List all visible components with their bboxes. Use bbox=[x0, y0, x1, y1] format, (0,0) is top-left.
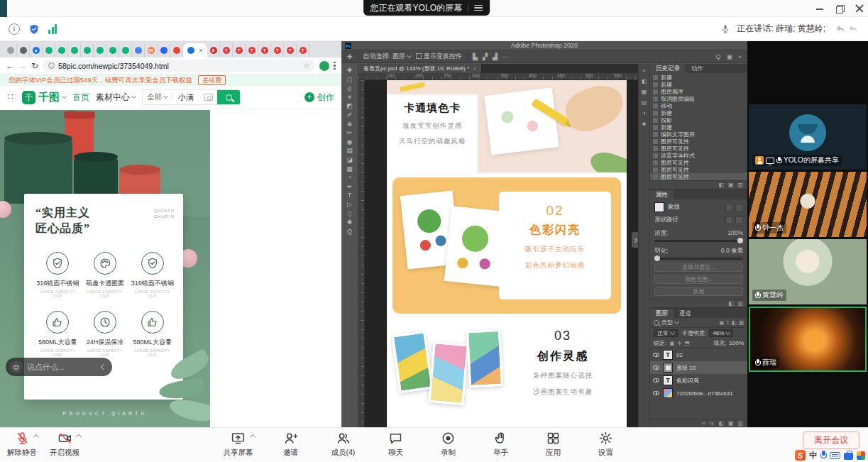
history-step[interactable]: 投影 bbox=[650, 116, 747, 123]
mask-option-icon[interactable] bbox=[735, 204, 743, 211]
tab-channels[interactable]: 通道 bbox=[674, 309, 697, 318]
collapse-panels-icon[interactable]: « bbox=[642, 68, 645, 74]
close-button[interactable] bbox=[855, 4, 864, 13]
security-shield-icon[interactable] bbox=[28, 23, 40, 35]
filter-search-icon[interactable] bbox=[654, 320, 659, 326]
nav-material[interactable]: 素材中心 bbox=[96, 92, 136, 104]
add-mask-icon[interactable]: ◧ bbox=[718, 420, 724, 427]
history-step[interactable]: 新建 bbox=[650, 123, 747, 131]
reload-button[interactable]: ↻ bbox=[31, 61, 38, 71]
ps-tool-icon[interactable]: ✏ bbox=[343, 128, 357, 138]
browser-menu-icon[interactable] bbox=[334, 62, 336, 70]
menu-icon[interactable] bbox=[474, 5, 483, 11]
feather-knob[interactable] bbox=[654, 255, 660, 261]
mask-thumbnail[interactable] bbox=[654, 202, 664, 212]
leave-meeting-button[interactable]: 离开会议 bbox=[803, 431, 859, 449]
align-center-icon[interactable]: ▞ bbox=[483, 53, 488, 60]
delete-icon[interactable]: ▥ bbox=[737, 300, 743, 307]
history-step[interactable]: 设置字体样式 bbox=[650, 152, 747, 159]
feather-slider[interactable]: 羽化: 0.0 像素 bbox=[654, 247, 743, 260]
address-bar[interactable]: i 58pic.com/newpic/37354049.html ☆ bbox=[43, 60, 315, 72]
workspace-icon[interactable]: ▣ bbox=[726, 53, 732, 60]
lock-position-icon[interactable]: ✛ bbox=[677, 340, 681, 346]
density-knob[interactable] bbox=[737, 238, 743, 243]
color-range-button[interactable]: 颜色范围... bbox=[654, 275, 743, 284]
swatches-panel-icon[interactable]: ▦ bbox=[642, 89, 647, 95]
meeting-chat-overlay[interactable]: 说点什么... bbox=[6, 358, 112, 376]
bookmark-star-icon[interactable]: ☆ bbox=[303, 62, 309, 70]
browser-tab[interactable] bbox=[158, 43, 170, 57]
history-step[interactable]: 新建 bbox=[650, 74, 747, 81]
history-step[interactable]: 图层可见性 bbox=[650, 173, 747, 180]
ps-tool-icon[interactable]: ◔ bbox=[343, 173, 357, 182]
chat-input-placeholder[interactable]: 说点什么... bbox=[27, 362, 89, 373]
browser-tab[interactable]: T bbox=[297, 43, 309, 57]
filter-pixel-icon[interactable]: ▣ bbox=[719, 319, 724, 326]
density-slider[interactable]: 浓度: 100% bbox=[654, 229, 743, 242]
layer-row[interactable]: 02 bbox=[650, 348, 747, 361]
browser-tab[interactable]: a bbox=[30, 43, 43, 57]
visibility-eye-icon[interactable] bbox=[653, 365, 659, 370]
layer-style-icon[interactable]: fx bbox=[710, 420, 714, 427]
ps-tool-icon[interactable]: ◻ bbox=[343, 75, 357, 84]
search-category-dropdown[interactable]: 全部 bbox=[143, 92, 172, 102]
screen-view-banner[interactable]: 您正在观看YOLO的屏幕 bbox=[363, 0, 490, 16]
filter-type-icon[interactable]: T bbox=[726, 319, 730, 326]
raise-hand-button[interactable]: 举手 bbox=[483, 431, 518, 458]
filter-smart-icon[interactable]: ▦ bbox=[739, 319, 744, 326]
collapse-chevron-icon[interactable] bbox=[98, 362, 108, 372]
ps-tool-icon[interactable]: ϱ bbox=[343, 84, 357, 93]
browser-tab[interactable] bbox=[68, 43, 81, 57]
participant-tile[interactable]: 钟一杰 bbox=[749, 172, 867, 237]
browser-tab[interactable] bbox=[94, 43, 106, 57]
minimize-button[interactable] bbox=[815, 4, 824, 13]
history-step[interactable]: 图层可见性 bbox=[650, 145, 747, 152]
record-button[interactable]: 录制 bbox=[430, 431, 466, 458]
settings-button[interactable]: 设置 bbox=[588, 431, 623, 458]
history-step[interactable]: 图层可见性 bbox=[650, 138, 747, 145]
ime-mode-label[interactable]: 中 bbox=[809, 450, 817, 461]
visibility-eye-icon[interactable] bbox=[653, 353, 659, 357]
lock-all-icon[interactable]: ⬒ bbox=[685, 340, 690, 346]
share-screen-button[interactable]: 共享屏幕 bbox=[220, 431, 256, 458]
show-transform-checkbox[interactable]: 显示变换控件 bbox=[416, 52, 462, 61]
start-video-button[interactable]: 开启视频 bbox=[47, 431, 82, 458]
color-panel-icon[interactable]: ◧ bbox=[642, 79, 647, 84]
invert-button[interactable]: 反相 bbox=[654, 287, 743, 296]
browser-tab[interactable] bbox=[43, 43, 55, 57]
filter-kind-label[interactable]: 类型 bbox=[661, 319, 673, 326]
back-button[interactable]: ← bbox=[6, 61, 14, 71]
ps-tool-icon[interactable]: ◪ bbox=[343, 155, 357, 165]
delete-layer-icon[interactable]: ▥ bbox=[737, 420, 743, 427]
layer-row[interactable]: 色彩闪亮 bbox=[650, 374, 747, 387]
layer-row[interactable]: 形状 10 bbox=[650, 361, 747, 374]
share-options-caret[interactable] bbox=[249, 434, 255, 440]
site-logo[interactable]: 千 千图 bbox=[22, 91, 66, 104]
browser-tab[interactable]: T bbox=[220, 43, 233, 57]
network-stats-icon[interactable] bbox=[48, 24, 57, 34]
ps-tool-icon[interactable]: ✐ bbox=[343, 111, 357, 120]
unmute-button[interactable]: 解除静音 bbox=[4, 431, 40, 458]
browser-tab[interactable] bbox=[55, 43, 68, 57]
visibility-eye-icon[interactable] bbox=[653, 391, 659, 395]
share-arrow-icon[interactable] bbox=[834, 23, 845, 35]
ps-tool-icon[interactable]: ▯ bbox=[343, 209, 357, 219]
video-options-caret[interactable] bbox=[76, 434, 82, 440]
history-step[interactable]: 取消图层编组 bbox=[650, 95, 747, 102]
image-search-camera-icon[interactable] bbox=[204, 94, 213, 101]
distribute-icon[interactable]: ⋯ bbox=[502, 53, 509, 60]
browser-tab[interactable] bbox=[170, 43, 183, 57]
apps-grid-icon[interactable] bbox=[7, 93, 16, 101]
select-and-mask-button[interactable]: 选择并遮住... bbox=[654, 263, 743, 272]
ps-tool-icon[interactable]: ✚ bbox=[343, 66, 357, 75]
filter-shape-icon[interactable]: ◧ bbox=[732, 319, 737, 326]
layer-row[interactable]: 7202bf60e...d736cb31 bbox=[650, 387, 747, 400]
adjustments-panel-icon[interactable]: ◑ bbox=[642, 111, 646, 116]
align-left-icon[interactable]: ▙ bbox=[473, 53, 478, 60]
history-step[interactable]: 图层可见性 bbox=[650, 159, 747, 166]
search-button[interactable] bbox=[217, 89, 240, 105]
browser-tab[interactable]: T bbox=[233, 43, 246, 57]
libraries-panel-icon[interactable]: ▤ bbox=[642, 100, 647, 106]
mask-option-icon[interactable] bbox=[725, 204, 733, 211]
align-right-icon[interactable]: ▟ bbox=[493, 53, 498, 60]
